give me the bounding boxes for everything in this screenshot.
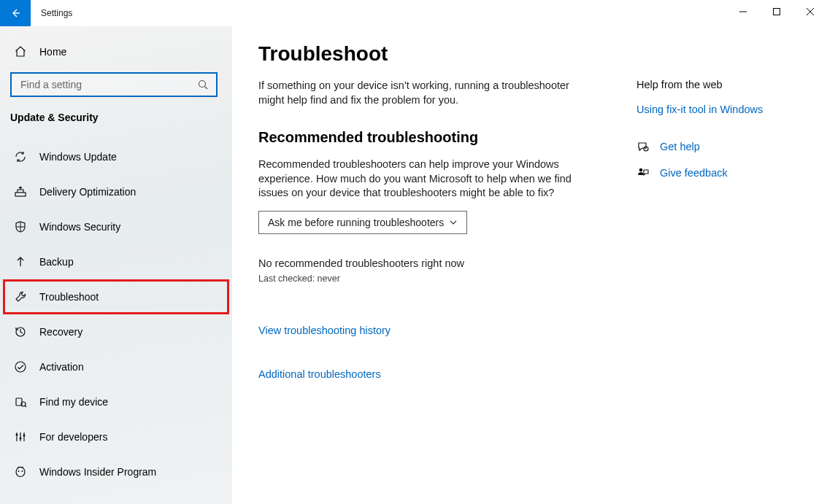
sidebar-item-label: Windows Security (39, 221, 120, 233)
additional-troubleshooters-link[interactable]: Additional troubleshooters (258, 368, 801, 380)
dropdown-value: Ask me before running troubleshooters (268, 217, 444, 228)
history-link[interactable]: View troubleshooting history (258, 325, 801, 336)
svg-point-24 (22, 470, 23, 472)
close-icon (807, 8, 814, 15)
home-icon (13, 44, 28, 59)
sidebar-item-troubleshoot[interactable]: Troubleshoot (3, 279, 229, 314)
sidebar-item-recovery[interactable]: Recovery (0, 314, 232, 349)
sidebar-home-label: Home (39, 46, 66, 58)
sidebar-item-label: Troubleshoot (39, 291, 99, 303)
fixit-link[interactable]: Using fix-it tool in Windows (636, 104, 763, 115)
find-device-icon (13, 395, 28, 409)
sidebar-item-label: Find my device (39, 396, 108, 408)
troubleshoot-frequency-dropdown[interactable]: Ask me before running troubleshooters (258, 211, 467, 234)
sidebar-category: Update & Security (0, 107, 232, 133)
sidebar-item-label: Backup (39, 256, 74, 268)
svg-line-6 (205, 87, 208, 90)
sidebar-item-windows-insider[interactable]: Windows Insider Program (0, 454, 232, 489)
minimize-button[interactable] (726, 0, 760, 23)
svg-text:?: ? (645, 147, 647, 151)
sidebar: Home Update & Security Windows Update De… (0, 26, 232, 504)
checkmark-circle-icon (13, 360, 28, 374)
sidebar-item-activation[interactable]: Activation (0, 349, 232, 384)
svg-rect-7 (15, 193, 26, 196)
get-help-icon: ? (636, 140, 650, 153)
sidebar-item-backup[interactable]: Backup (0, 244, 232, 279)
no-recommended-text: No recommended troubleshooters right now (258, 257, 801, 269)
svg-point-27 (639, 168, 643, 172)
page-title: Troubleshoot (258, 42, 801, 66)
svg-point-12 (15, 362, 26, 372)
sidebar-item-label: Windows Insider Program (39, 466, 156, 478)
sync-icon (13, 150, 28, 164)
back-arrow-icon (9, 7, 21, 19)
search-icon (197, 79, 209, 90)
sidebar-item-windows-security[interactable]: Windows Security (0, 209, 232, 244)
help-from-web-heading: Help from the web (636, 79, 763, 90)
delivery-icon (13, 185, 28, 199)
feedback-icon (636, 166, 650, 179)
minimize-icon (739, 8, 747, 15)
search-input[interactable] (19, 78, 197, 91)
maximize-icon (773, 8, 780, 15)
window-title: Settings (41, 0, 72, 26)
svg-point-20 (20, 438, 22, 440)
sidebar-item-label: Activation (39, 361, 84, 373)
svg-line-15 (25, 406, 26, 407)
intro-text: If something on your device isn't workin… (258, 79, 580, 107)
shield-icon (13, 220, 28, 234)
svg-point-23 (18, 470, 20, 472)
sidebar-item-for-developers[interactable]: For developers (0, 419, 232, 454)
svg-point-22 (16, 468, 25, 477)
sidebar-item-label: For developers (39, 431, 107, 443)
sidebar-home[interactable]: Home (0, 37, 232, 66)
sidebar-item-label: Windows Update (39, 151, 117, 163)
give-feedback-link[interactable]: Give feedback (660, 167, 728, 179)
search-input-wrap[interactable] (10, 72, 218, 97)
sidebar-item-delivery-optimization[interactable]: Delivery Optimization (0, 174, 232, 209)
insider-icon (13, 465, 28, 479)
sidebar-item-label: Recovery (39, 326, 82, 338)
last-checked-text: Last checked: never (258, 274, 801, 284)
back-button[interactable] (0, 0, 31, 26)
titlebar: Settings (0, 0, 827, 26)
developer-icon (13, 430, 28, 444)
svg-point-5 (199, 81, 206, 88)
backup-arrow-icon (13, 255, 28, 269)
svg-rect-2 (774, 9, 780, 15)
sidebar-item-label: Delivery Optimization (39, 186, 136, 198)
chevron-down-icon (449, 218, 458, 227)
maximize-button[interactable] (760, 0, 793, 23)
recovery-icon (13, 325, 28, 339)
close-button[interactable] (793, 0, 827, 23)
sidebar-item-windows-update[interactable]: Windows Update (0, 139, 232, 174)
get-help-link[interactable]: Get help (660, 141, 700, 152)
recommended-text: Recommended troubleshooters can help imp… (258, 158, 580, 201)
wrench-icon (13, 290, 28, 304)
svg-point-21 (23, 435, 26, 437)
svg-point-19 (16, 434, 18, 436)
right-column: Help from the web Using fix-it tool in W… (636, 79, 763, 193)
sidebar-item-find-my-device[interactable]: Find my device (0, 384, 232, 419)
